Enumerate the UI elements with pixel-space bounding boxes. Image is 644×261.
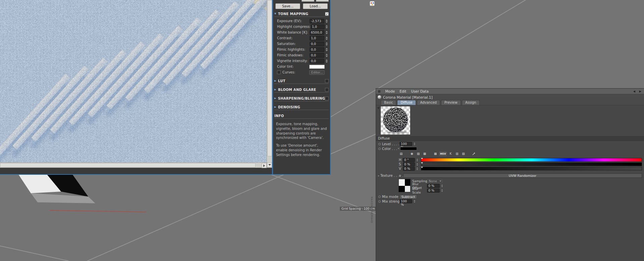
material-preview-thumbnail[interactable] xyxy=(380,106,411,135)
value-stepper[interactable] xyxy=(416,167,419,170)
load-button[interactable]: Load... xyxy=(303,3,328,9)
param-stepper[interactable] xyxy=(325,31,328,34)
blur-offset-stepper[interactable] xyxy=(440,185,444,187)
param-field[interactable]: -2,573 xyxy=(310,19,324,23)
tab-diffuse[interactable]: Diffuse xyxy=(397,100,416,105)
horizontal-scrollbar[interactable] xyxy=(0,162,267,168)
keyframe-dot-icon[interactable] xyxy=(378,143,381,145)
param-field[interactable]: 0,0 xyxy=(310,59,324,63)
blur-offset-field[interactable]: 0 % xyxy=(427,184,440,188)
param-stepper[interactable] xyxy=(325,19,328,23)
param-stepper[interactable] xyxy=(325,54,328,57)
collapse-icon[interactable]: ▶ xyxy=(274,88,278,91)
param-field[interactable]: 0,0 xyxy=(310,53,324,58)
menu-user-data[interactable]: User Data xyxy=(411,89,428,93)
save-button[interactable]: Save... xyxy=(275,3,300,9)
keyframe-dot-icon[interactable] xyxy=(378,196,381,198)
collapse-icon[interactable]: ▶ xyxy=(274,97,278,100)
mix-mode-dropdown[interactable]: Subtract xyxy=(399,195,417,199)
color-expander-icon[interactable]: ▾ xyxy=(397,147,400,150)
keyframe-dot-icon[interactable] xyxy=(378,148,381,150)
texture-link-button[interactable]: ▸ xyxy=(398,174,402,177)
texture-row: ▸ Texture . . . . . ▸ UVW Randomizer xyxy=(376,173,644,178)
collapse-icon[interactable]: ▶ xyxy=(274,80,278,82)
screen-picker-icon[interactable]: ▧ xyxy=(461,152,466,156)
saturation-field[interactable]: 0 % xyxy=(403,162,415,166)
keyframe-dot-icon[interactable] xyxy=(378,200,381,203)
tab-basic[interactable]: Basic xyxy=(381,100,396,105)
diffuse-section-header[interactable]: Diffuse xyxy=(376,136,644,141)
collapse-icon[interactable]: ▶ xyxy=(274,106,278,108)
saturation-slider[interactable] xyxy=(421,162,642,166)
compact-mode-icon[interactable]: ▤ xyxy=(398,152,404,156)
curves-editor-button[interactable]: Editor... xyxy=(309,70,325,75)
image-icon[interactable]: ▦ xyxy=(422,152,427,156)
mix-strength-field[interactable]: 100 % xyxy=(399,199,412,203)
param-stepper[interactable] xyxy=(325,48,328,51)
blur-scale-field[interactable]: 0 % xyxy=(427,189,440,193)
cropped-button[interactable] xyxy=(316,0,329,2)
preview-expander-icon[interactable]: ▼ xyxy=(377,107,379,110)
section-checkbox[interactable] xyxy=(325,79,329,83)
spectrum-icon[interactable]: ▨ xyxy=(416,152,421,156)
param-stepper[interactable] xyxy=(325,37,328,40)
history-forward-icon[interactable]: ▶ xyxy=(639,90,641,93)
color-wheel-icon[interactable]: ◉ xyxy=(409,152,415,156)
tone-mapping-checkbox[interactable]: ✓ xyxy=(325,12,329,16)
section-checkbox[interactable] xyxy=(325,97,329,100)
section-header[interactable]: ▶ LUT xyxy=(274,78,329,84)
param-stepper[interactable] xyxy=(325,59,328,63)
tab-assign[interactable]: Assign xyxy=(462,100,480,105)
tab-preview[interactable]: Preview xyxy=(441,100,461,105)
section-checkbox[interactable] xyxy=(325,88,329,92)
scrollbar-thumb[interactable] xyxy=(0,163,256,167)
param-field[interactable]: 1,0 xyxy=(311,24,325,29)
curves-checkbox[interactable] xyxy=(277,70,281,74)
kelvin-icon[interactable]: K xyxy=(448,152,453,156)
texture-expander-icon[interactable]: ▸ xyxy=(377,174,380,177)
eyedropper-icon[interactable] xyxy=(471,152,477,156)
cropped-button[interactable] xyxy=(302,0,314,2)
collapse-icon[interactable]: ▼ xyxy=(274,12,278,15)
material-title-row: Corona Material [Material.1] xyxy=(376,94,644,100)
texture-shader-button[interactable]: UVW Randomizer xyxy=(403,173,642,178)
texture-thumbnail[interactable] xyxy=(398,179,411,192)
param-field[interactable]: 0,0 xyxy=(310,42,324,46)
menu-edit[interactable]: Edit xyxy=(399,89,406,93)
scroll-right-button[interactable] xyxy=(262,163,267,168)
palette-icon[interactable] xyxy=(370,1,375,6)
hsv-mode-button[interactable]: HSV xyxy=(439,152,447,156)
hue-stepper[interactable] xyxy=(416,159,419,161)
param-field[interactable]: 1,0 xyxy=(310,36,324,41)
swatches-icon[interactable]: ▩ xyxy=(433,152,438,156)
drag-handle-icon[interactable]: ▦ xyxy=(378,90,381,93)
section-header[interactable]: ▶ SHARPENING/BLURRING xyxy=(274,96,329,101)
scroll-down-button[interactable] xyxy=(267,162,272,167)
color-tint-swatch[interactable] xyxy=(309,65,325,69)
mixer-icon[interactable]: ▥ xyxy=(454,152,460,156)
level-field[interactable]: 100 % xyxy=(399,142,412,146)
hue-field[interactable]: 0 ° xyxy=(403,158,415,162)
level-stepper[interactable] xyxy=(413,143,416,145)
saturation-stepper[interactable] xyxy=(416,163,419,166)
section-title: DENOISING xyxy=(278,105,329,109)
blur-scale-stepper[interactable] xyxy=(440,189,444,192)
history-back-icon[interactable]: ◀ xyxy=(633,90,635,93)
section-header[interactable]: ▶ BLOOM AND GLARE xyxy=(274,87,329,93)
hue-slider[interactable] xyxy=(421,158,642,162)
scrollbar-thumb[interactable] xyxy=(267,0,272,156)
vertical-scrollbar[interactable] xyxy=(267,0,272,168)
tab-advanced[interactable]: Advanced xyxy=(417,100,440,105)
section-header[interactable]: ▶ DENOISING xyxy=(274,104,329,110)
menu-mode[interactable]: Mode xyxy=(385,89,395,93)
sampling-dropdown[interactable]: None xyxy=(427,179,442,183)
mix-strength-stepper[interactable] xyxy=(413,200,416,203)
value-slider[interactable] xyxy=(421,167,642,170)
diffuse-color-swatch[interactable] xyxy=(400,147,417,150)
param-field[interactable]: 6500,0 xyxy=(310,30,324,35)
value-field[interactable]: 0 % xyxy=(403,167,415,171)
param-stepper[interactable] xyxy=(325,42,328,46)
section-tone-mapping[interactable]: ▼ TONE MAPPING ✓ xyxy=(274,11,329,17)
param-field[interactable]: 0,0 xyxy=(310,47,324,52)
param-stepper[interactable] xyxy=(325,25,328,29)
